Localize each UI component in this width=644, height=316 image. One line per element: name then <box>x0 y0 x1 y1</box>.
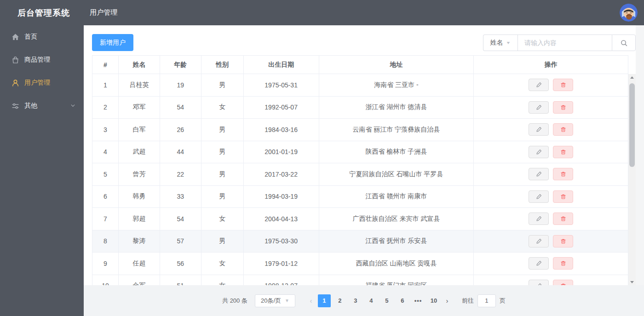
column-header: 出生日期 <box>244 56 319 74</box>
cell-index: 9 <box>92 253 119 275</box>
cell-gender: 女 <box>201 253 244 275</box>
edit-button[interactable] <box>529 146 549 158</box>
page-number-button[interactable]: 3 <box>349 294 362 307</box>
cell-age: 33 <box>160 186 201 208</box>
search-field-select[interactable]: 姓名 ▼ <box>483 34 518 51</box>
edit-button[interactable] <box>529 123 549 136</box>
edit-button[interactable] <box>529 257 549 270</box>
delete-button[interactable] <box>553 123 573 136</box>
cell-index: 6 <box>92 186 119 208</box>
cell-gender: 男 <box>201 119 244 141</box>
page-title: 用户管理 <box>90 8 117 17</box>
trash-icon <box>560 171 566 177</box>
edit-button[interactable] <box>529 101 549 114</box>
sidebar-item-1[interactable]: 商品管理 <box>0 48 84 71</box>
search-button[interactable] <box>612 34 636 51</box>
edit-pen-icon <box>536 194 542 200</box>
edit-button[interactable] <box>529 280 549 285</box>
chevron-down-icon <box>70 102 75 109</box>
cell-name: 邓军 <box>119 97 160 119</box>
page-number-button[interactable]: 4 <box>365 294 378 307</box>
delete-button[interactable] <box>553 213 573 225</box>
chevron-down-icon: ▼ <box>285 298 289 303</box>
trash-icon <box>560 260 566 266</box>
scrollbar-up-arrow[interactable] <box>628 74 636 80</box>
sidebar-item-label: 商品管理 <box>24 56 50 64</box>
delete-button[interactable] <box>553 235 573 247</box>
cell-name: 任超 <box>119 253 160 275</box>
edit-button[interactable] <box>529 79 549 91</box>
delete-button[interactable] <box>553 101 573 114</box>
cell-name: 金军 <box>119 275 160 286</box>
avatar[interactable] <box>620 4 638 22</box>
cell-age: 22 <box>160 163 201 186</box>
table-scrollbar[interactable] <box>628 74 636 285</box>
page-number-button[interactable]: 2 <box>334 294 346 307</box>
cell-address: 广西壮族自治区 来宾市 武宣县 <box>319 208 474 230</box>
prev-page-button[interactable]: ‹ <box>305 294 316 307</box>
add-user-button[interactable]: 新增用户 <box>92 34 133 51</box>
table-row: 6 韩勇 33 男 1994-03-19 江西省 赣州市 南康市 <box>92 186 628 208</box>
delete-button[interactable] <box>553 190 573 203</box>
cell-age: 26 <box>160 119 201 141</box>
page-number-list: 123456•••10 <box>316 294 442 307</box>
cell-birthdate: 2017-03-22 <box>244 163 319 186</box>
chevron-down-icon: ▼ <box>506 40 511 45</box>
column-header: 性别 <box>201 56 244 74</box>
cell-operations <box>474 275 628 286</box>
home-icon <box>11 33 19 41</box>
goto-page-input[interactable] <box>477 294 496 307</box>
cell-birthdate: 2004-04-13 <box>244 208 319 230</box>
cell-age: 19 <box>160 74 201 97</box>
cell-operations <box>474 119 628 141</box>
page-size-select[interactable]: 20条/页 ▼ <box>255 294 295 307</box>
sidebar-item-label: 首页 <box>24 33 37 41</box>
bag-icon <box>11 56 19 64</box>
cell-birthdate: 1975-05-31 <box>244 74 319 97</box>
page-number-button[interactable]: 6 <box>396 294 409 307</box>
search-input[interactable] <box>518 34 612 51</box>
cell-gender: 女 <box>201 208 244 230</box>
scrollbar-thumb[interactable] <box>629 83 635 167</box>
table-row: 9 任超 56 女 1979-01-12 西藏自治区 山南地区 贡嘎县 <box>92 253 628 275</box>
next-page-button[interactable]: › <box>442 294 453 307</box>
cell-name: 曾芳 <box>119 163 160 186</box>
sidebar-item-2[interactable]: 用户管理 <box>0 71 84 94</box>
sidebar-item-3[interactable]: 其他 <box>0 94 84 117</box>
sidebar-item-label: 用户管理 <box>24 79 50 87</box>
cell-operations <box>474 230 628 253</box>
search-group: 姓名 ▼ <box>483 34 636 51</box>
delete-button[interactable] <box>553 257 573 270</box>
cell-age: 54 <box>160 97 201 119</box>
scrollbar-down-arrow[interactable] <box>628 279 636 285</box>
cell-address: 福建省 厦门市 同安区 <box>319 275 474 286</box>
cell-name: 白军 <box>119 119 160 141</box>
edit-pen-icon <box>536 238 542 244</box>
app-title: 后台管理系统 <box>0 0 84 25</box>
delete-button[interactable] <box>553 79 573 91</box>
cell-index: 10 <box>92 275 119 286</box>
goto-label: 前往 <box>462 297 474 305</box>
page-number-button[interactable]: 1 <box>318 294 331 307</box>
column-header: 地址 <box>319 56 474 74</box>
goto-unit: 页 <box>500 297 506 305</box>
edit-button[interactable] <box>529 190 549 203</box>
page-number-button[interactable]: 5 <box>380 294 393 307</box>
cell-address: 云南省 丽江市 宁蒗彝族自治县 <box>319 119 474 141</box>
table-row: 5 曾芳 22 男 2017-03-22 宁夏回族自治区 石嘴山市 平罗县 <box>92 163 628 186</box>
user-icon <box>11 79 19 87</box>
edit-button[interactable] <box>529 168 549 180</box>
sidebar-item-0[interactable]: 首页 <box>0 25 84 48</box>
edit-pen-icon <box>536 104 542 110</box>
page-number-button[interactable]: 10 <box>427 294 440 307</box>
edit-button[interactable] <box>529 235 549 247</box>
cell-name: 郭超 <box>119 208 160 230</box>
page-more-button[interactable]: ••• <box>412 294 425 307</box>
delete-button[interactable] <box>553 280 573 285</box>
delete-button[interactable] <box>553 168 573 180</box>
edit-button[interactable] <box>529 213 549 225</box>
edit-pen-icon <box>536 126 542 132</box>
cell-operations <box>474 253 628 275</box>
delete-button[interactable] <box>553 146 573 158</box>
cell-index: 7 <box>92 208 119 230</box>
